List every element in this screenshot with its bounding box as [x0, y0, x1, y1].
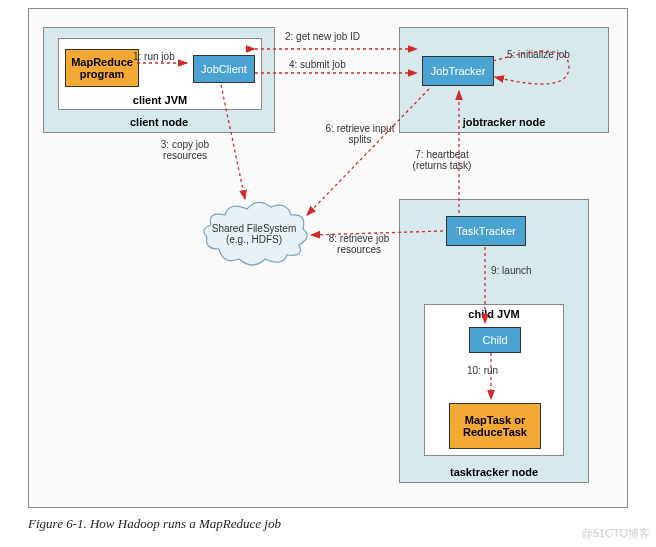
- client-node: MapReduce program JobClient client JVM c…: [43, 27, 275, 133]
- filesystem-label: Shared FileSystem (e.g., HDFS): [199, 223, 309, 245]
- edge-label-7: 7: heartbeat (returns task): [407, 149, 477, 171]
- edge-label-4: 4: submit job: [289, 59, 346, 70]
- maptask-box: MapTask or ReduceTask: [449, 403, 541, 449]
- jobtracker-node-label: jobtracker node: [400, 116, 608, 128]
- edge-label-3: 3: copy job resources: [155, 139, 215, 161]
- client-node-label: client node: [44, 116, 274, 128]
- figure-caption: Figure 6-1. How Hadoop runs a MapReduce …: [28, 516, 281, 532]
- watermark: @51CTO博客: [582, 526, 650, 541]
- jobtracker-box: JobTracker: [422, 56, 494, 86]
- jobtracker-node: JobTracker jobtracker node: [399, 27, 609, 133]
- child-jvm-label: child JVM: [425, 308, 563, 320]
- edge-label-9: 9: launch: [491, 265, 532, 276]
- child-jvm: child JVM Child MapTask or ReduceTask: [424, 304, 564, 456]
- jobclient-box: JobClient: [193, 55, 255, 83]
- edge-label-1: 1: run job: [133, 51, 175, 62]
- client-jvm-label: client JVM: [59, 94, 261, 106]
- edge-label-10: 10: run: [467, 365, 498, 376]
- edge-label-2: 2: get new job ID: [285, 31, 360, 42]
- mapreduce-program-box: MapReduce program: [65, 49, 139, 87]
- tasktracker-box: TaskTracker: [446, 216, 526, 246]
- tasktracker-node-label: tasktracker node: [400, 466, 588, 478]
- diagram-frame: MapReduce program JobClient client JVM c…: [28, 8, 628, 508]
- filesystem-cloud: Shared FileSystem (e.g., HDFS): [199, 199, 309, 269]
- edge-label-8: 8: retrieve job resources: [319, 233, 399, 255]
- edge-label-6: 6: retrieve input splits: [325, 123, 395, 145]
- child-box: Child: [469, 327, 521, 353]
- client-jvm: MapReduce program JobClient client JVM: [58, 38, 262, 110]
- tasktracker-node: TaskTracker child JVM Child MapTask or R…: [399, 199, 589, 483]
- edge-label-5: 5: initialize job: [507, 49, 570, 60]
